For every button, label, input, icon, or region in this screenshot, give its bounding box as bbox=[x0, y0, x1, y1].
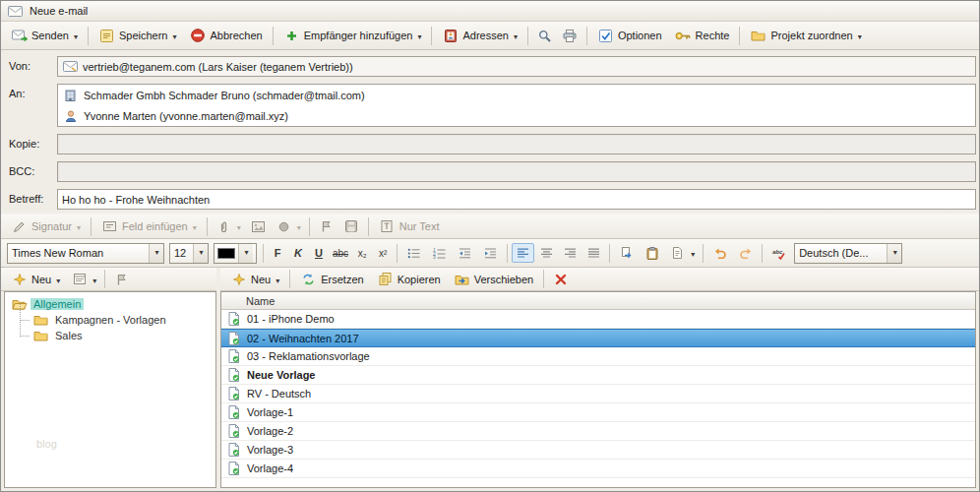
tree-item[interactable]: Sales bbox=[7, 328, 214, 343]
signatur-button[interactable]: Signatur bbox=[5, 215, 87, 237]
preview-button[interactable] bbox=[532, 25, 557, 46]
spellcheck-button[interactable]: abc bbox=[766, 242, 791, 264]
attachment-button[interactable] bbox=[212, 215, 245, 237]
adressen-button[interactable]: Adressen bbox=[436, 25, 523, 46]
address-book-icon bbox=[442, 29, 459, 43]
recipient-row[interactable]: Yvonne Marten (yvonne.marten@mail.xyz) bbox=[62, 107, 971, 124]
optionen-label: Optionen bbox=[618, 30, 662, 41]
table-row[interactable]: Neue Vorlage bbox=[221, 366, 975, 385]
clipboard-button[interactable] bbox=[640, 242, 664, 264]
bold-button[interactable]: F bbox=[268, 243, 287, 263]
font-color-caret-icon[interactable] bbox=[238, 244, 253, 263]
nur-text-button[interactable]: Nur Text bbox=[373, 215, 446, 237]
insert-image-button[interactable] bbox=[246, 215, 271, 237]
verschieben-button[interactable]: Verschieben bbox=[448, 269, 540, 290]
empfaenger-caret-icon[interactable] bbox=[416, 30, 421, 41]
undo-icon bbox=[711, 246, 728, 261]
align-justify-button[interactable] bbox=[582, 243, 605, 263]
table-row[interactable]: 03 - Reklamationsvorlage bbox=[221, 347, 975, 366]
adressen-caret-icon[interactable] bbox=[513, 30, 518, 41]
recipient-row[interactable]: Schmader Gmbh Schmader Bruno (schmader@t… bbox=[62, 87, 971, 103]
strikethrough-button[interactable]: abc bbox=[330, 243, 351, 263]
status-button[interactable] bbox=[272, 215, 305, 237]
ersetzen-button[interactable]: Ersetzen bbox=[294, 269, 369, 290]
paste-special-button[interactable] bbox=[665, 242, 699, 264]
column-header-name[interactable]: Name bbox=[246, 295, 275, 307]
an-field[interactable]: Schmader Gmbh Schmader Bruno (schmader@t… bbox=[57, 84, 976, 127]
subscript-button[interactable]: x₂ bbox=[352, 243, 372, 263]
undo-button[interactable] bbox=[707, 242, 732, 264]
projekt-zuordnen-button[interactable]: Projekt zuordnen bbox=[744, 25, 867, 46]
table-row[interactable]: Vorlage-4 bbox=[221, 460, 975, 478]
folder-flag-button[interactable] bbox=[109, 269, 134, 290]
projekt-caret-icon[interactable] bbox=[857, 30, 862, 41]
betreff-field[interactable]: Ho ho ho - Frohe Weihnachten bbox=[57, 189, 976, 210]
table-row[interactable]: Vorlage-1 bbox=[221, 403, 975, 422]
template-neu-caret-icon[interactable] bbox=[275, 274, 279, 285]
adressen-label: Adressen bbox=[462, 30, 508, 41]
folder-view-button[interactable] bbox=[67, 269, 100, 290]
separator bbox=[431, 27, 432, 45]
save-draft-button[interactable] bbox=[339, 215, 364, 237]
template-neu-button[interactable]: Neu bbox=[224, 269, 285, 290]
numbered-list-button[interactable]: 123 bbox=[427, 242, 452, 264]
optionen-button[interactable]: Optionen bbox=[591, 25, 668, 46]
font-color-select[interactable] bbox=[214, 243, 257, 264]
rechte-button[interactable]: Rechte bbox=[669, 25, 736, 46]
flag-button[interactable] bbox=[314, 215, 338, 237]
font-family-select[interactable]: Times New Roman bbox=[7, 243, 164, 264]
tree-item[interactable]: Allgemein bbox=[7, 296, 214, 312]
empfaenger-hinzufuegen-button[interactable]: Empfänger hinzufügen bbox=[277, 25, 428, 46]
italic-button[interactable]: K bbox=[288, 243, 308, 263]
table-row[interactable]: Vorlage-2 bbox=[221, 422, 975, 441]
outdent-button[interactable] bbox=[453, 242, 477, 264]
kopieren-button[interactable]: Kopieren bbox=[371, 269, 447, 290]
abbrechen-button[interactable]: Abbrechen bbox=[184, 25, 269, 46]
bcc-field[interactable] bbox=[57, 161, 976, 182]
paste-button[interactable] bbox=[614, 242, 639, 264]
ersetzen-label: Ersetzen bbox=[321, 274, 363, 285]
table-row[interactable]: Vorlage-3 bbox=[221, 441, 975, 460]
bullet-list-button[interactable] bbox=[401, 242, 426, 264]
folder-view-caret-icon[interactable] bbox=[92, 274, 96, 285]
superscript-button[interactable]: x² bbox=[373, 243, 393, 263]
align-left-button[interactable] bbox=[512, 243, 534, 263]
indent-button[interactable] bbox=[478, 242, 503, 264]
recipient-name: Yvonne Marten (yvonne.marten@mail.xyz) bbox=[84, 110, 288, 122]
redo-button[interactable] bbox=[733, 242, 758, 264]
speichern-caret-icon[interactable] bbox=[172, 30, 177, 41]
table-row[interactable]: 02 - Weihnachten 2017 bbox=[221, 329, 975, 347]
building-icon bbox=[62, 88, 79, 102]
font-size-caret-icon[interactable] bbox=[193, 244, 208, 263]
image-icon bbox=[250, 219, 267, 234]
separator bbox=[289, 270, 290, 288]
align-center-button[interactable] bbox=[535, 243, 558, 263]
table-row[interactable]: 01 - iPhone Demo bbox=[221, 310, 975, 329]
folder-neu-button[interactable]: Neu bbox=[5, 269, 66, 290]
save-icon bbox=[98, 29, 115, 43]
separator bbox=[104, 270, 105, 288]
mail-icon bbox=[7, 4, 24, 19]
language-caret-icon[interactable] bbox=[887, 244, 901, 263]
senden-caret-icon[interactable] bbox=[73, 30, 78, 41]
print-button[interactable] bbox=[558, 25, 582, 46]
paste-special-caret-icon[interactable] bbox=[690, 247, 695, 259]
table-row[interactable]: RV - Deutsch bbox=[221, 385, 975, 403]
underline-button[interactable]: U bbox=[309, 243, 329, 263]
tree-item[interactable]: Kampagnen - Vorlagen bbox=[7, 312, 214, 328]
font-family-caret-icon[interactable] bbox=[149, 244, 163, 263]
kopie-field[interactable] bbox=[57, 134, 976, 154]
folder-neu-caret-icon[interactable] bbox=[55, 274, 60, 285]
sender-mail-icon bbox=[62, 59, 79, 74]
projekt-label: Projekt zuordnen bbox=[770, 30, 852, 41]
font-size-select[interactable]: 12 bbox=[169, 243, 209, 264]
betreff-label: Betreff: bbox=[1, 189, 57, 205]
von-field[interactable]: vertrieb@teganem.com (Lars Kaiser (tegan… bbox=[57, 56, 976, 77]
feld-einfuegen-button[interactable]: Feld einfügen bbox=[95, 215, 203, 237]
delete-button[interactable] bbox=[548, 269, 573, 290]
speichern-button[interactable]: Speichern bbox=[92, 25, 183, 46]
language-select[interactable]: Deutsch (De... bbox=[794, 243, 902, 264]
outdent-icon bbox=[457, 246, 473, 261]
align-right-button[interactable] bbox=[559, 243, 582, 263]
senden-button[interactable]: Senden bbox=[5, 25, 84, 46]
